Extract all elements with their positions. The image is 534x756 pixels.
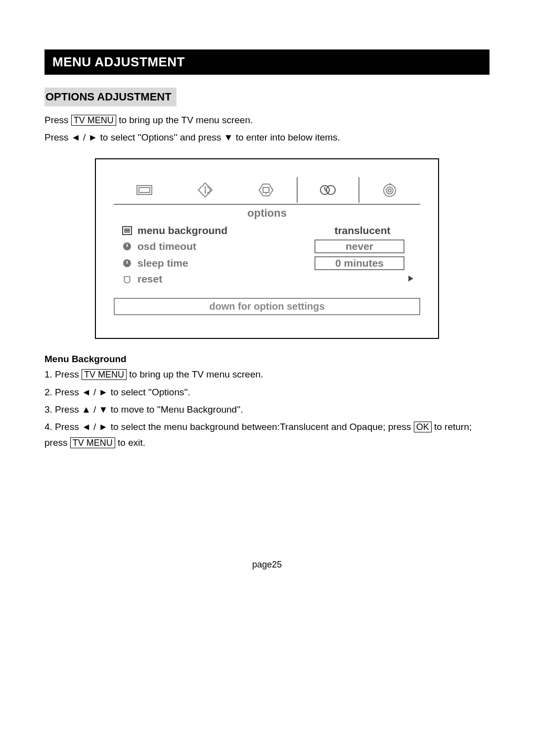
step1b: to bring up the TV menu screen.: [127, 369, 263, 379]
osd-row-reset: reset: [120, 273, 414, 285]
osd-value: 0 minutes: [314, 256, 404, 270]
svg-rect-17: [127, 244, 128, 247]
svg-point-11: [388, 189, 391, 192]
clock-icon: [120, 242, 134, 251]
svg-line-8: [325, 190, 327, 191]
osd-screenshot: options menu background translucent: [95, 158, 439, 339]
svg-marker-20: [408, 276, 413, 282]
svg-rect-19: [127, 261, 128, 264]
osd-title: options: [114, 207, 420, 220]
menu-background-heading: Menu Background: [44, 354, 490, 365]
osd-footer: down for option settings: [114, 298, 420, 315]
reset-icon: [120, 275, 134, 284]
osd-label: sleep time: [134, 257, 314, 269]
osd-value: translucent: [320, 225, 404, 236]
osd-tab-row: [114, 177, 420, 203]
keycap-tvmenu: TV MENU: [70, 437, 115, 448]
tab-rect-icon: [114, 177, 175, 203]
arrow-right-icon: [404, 274, 414, 285]
svg-rect-3: [263, 188, 269, 192]
osd-label: osd timeout: [134, 240, 314, 252]
tab-options-icon: [297, 177, 359, 203]
step4a: 4. Press ◄ / ► to select the menu backgr…: [44, 422, 414, 432]
osd-row-menu-background: menu background translucent: [120, 225, 414, 236]
tab-swirl-icon: [359, 177, 420, 203]
page-number: page25: [44, 560, 490, 570]
section-heading: OPTIONS ADJUSTMENT: [44, 88, 177, 106]
keycap-ok: OK: [414, 422, 432, 432]
intro-text: Press TV MENU to bring up the TV menu sc…: [44, 113, 490, 144]
keycap-tvmenu: TV MENU: [82, 369, 127, 380]
clock-icon: [120, 259, 134, 268]
osd-label: reset: [134, 273, 320, 285]
tab-diamond-icon: [175, 177, 235, 203]
osd-row-osd-timeout: osd timeout never: [120, 239, 414, 253]
svg-point-9: [384, 185, 396, 196]
intro-line1b: to bring up the TV menu screen.: [116, 115, 253, 125]
step4c: to exit.: [115, 437, 145, 448]
tab-monitor-icon: [235, 177, 296, 203]
osd-row-sleep-time: sleep time 0 minutes: [120, 256, 414, 270]
page-title: MENU ADJUSTMENT: [44, 49, 490, 75]
intro-line2: Press ◄ / ► to select ''Options'' and pr…: [44, 131, 490, 145]
svg-point-6: [326, 186, 335, 194]
step1a: 1. Press: [44, 369, 82, 379]
osd-value: never: [314, 239, 404, 253]
intro-line1a: Press: [44, 115, 71, 125]
svg-rect-1: [139, 188, 150, 192]
list-icon: [120, 226, 134, 235]
keycap-tvmenu: TV MENU: [71, 115, 116, 126]
step3: 3. Press ▲ / ▼ to move to ''Menu Backgro…: [44, 402, 490, 417]
osd-label: menu background: [134, 225, 320, 236]
step2: 2. Press ◄ / ► to select ''Options''.: [44, 384, 490, 400]
menu-background-steps: 1. Press TV MENU to bring up the TV menu…: [44, 367, 490, 451]
svg-point-10: [386, 187, 393, 194]
